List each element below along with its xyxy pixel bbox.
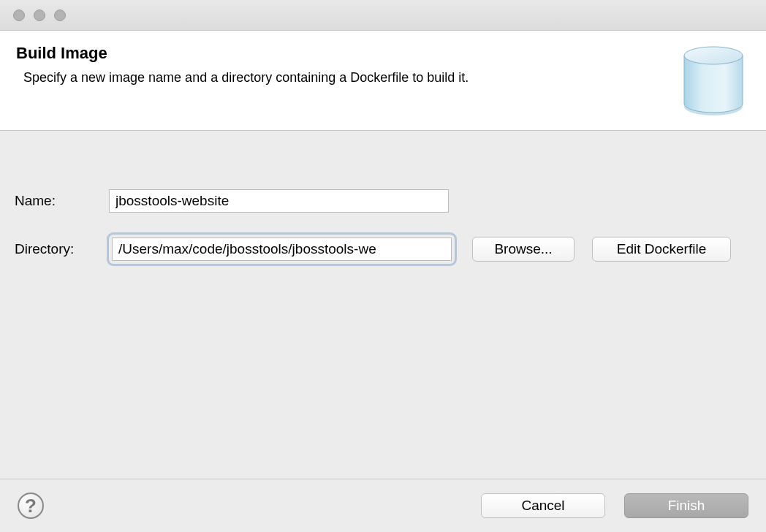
browse-button[interactable]: Browse... bbox=[472, 237, 574, 262]
help-icon[interactable]: ? bbox=[18, 493, 44, 519]
header-text: Build Image Specify a new image name and… bbox=[16, 44, 677, 86]
name-row: Name: bbox=[15, 189, 751, 213]
name-label: Name: bbox=[15, 193, 91, 209]
svg-point-1 bbox=[684, 47, 743, 64]
zoom-window-icon[interactable] bbox=[54, 10, 66, 21]
titlebar bbox=[0, 0, 766, 31]
directory-row: Directory: Browse... Edit Dockerfile bbox=[15, 235, 751, 264]
page-title: Build Image bbox=[16, 44, 677, 63]
name-input[interactable] bbox=[109, 189, 449, 213]
directory-input[interactable] bbox=[112, 238, 452, 261]
edit-dockerfile-button[interactable]: Edit Dockerfile bbox=[592, 237, 731, 262]
footer-panel: ? Cancel Finish bbox=[0, 479, 766, 532]
header-panel: Build Image Specify a new image name and… bbox=[0, 31, 766, 131]
close-window-icon[interactable] bbox=[13, 10, 25, 21]
page-subtitle: Specify a new image name and a directory… bbox=[16, 70, 677, 86]
minimize-window-icon[interactable] bbox=[34, 10, 45, 21]
database-icon bbox=[677, 44, 750, 117]
directory-label: Directory: bbox=[15, 241, 91, 257]
finish-button[interactable]: Finish bbox=[624, 493, 748, 518]
footer-buttons: Cancel Finish bbox=[481, 493, 748, 518]
content-panel: Name: Directory: Browse... Edit Dockerfi… bbox=[0, 131, 766, 479]
directory-input-focus-ring bbox=[109, 235, 455, 264]
cancel-button[interactable]: Cancel bbox=[481, 493, 605, 518]
